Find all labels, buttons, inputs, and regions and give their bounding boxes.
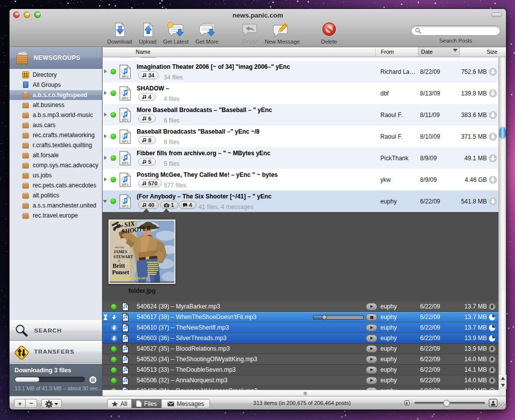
- svg-text:STEWART: STEWART: [114, 255, 134, 259]
- svg-text:MP3: MP3: [122, 96, 129, 100]
- svg-text:OLD TIME RADIO IN MP3: OLD TIME RADIO IN MP3: [112, 277, 148, 280]
- svg-text:as: as: [118, 259, 121, 262]
- svg-text:JAMES: JAMES: [114, 250, 128, 254]
- svg-text:MP3: MP3: [122, 140, 129, 143]
- svg-text:MP3: MP3: [122, 75, 129, 78]
- svg-text:starring: starring: [115, 246, 124, 249]
- svg-text:MP3: MP3: [122, 204, 129, 208]
- svg-text:The: The: [116, 223, 123, 228]
- svg-text:MP3: MP3: [122, 161, 129, 165]
- svg-text:MP3: MP3: [122, 183, 129, 186]
- svg-text:MP3: MP3: [122, 118, 129, 122]
- svg-text:Britt: Britt: [113, 262, 125, 269]
- svg-text:Ponset: Ponset: [112, 269, 129, 276]
